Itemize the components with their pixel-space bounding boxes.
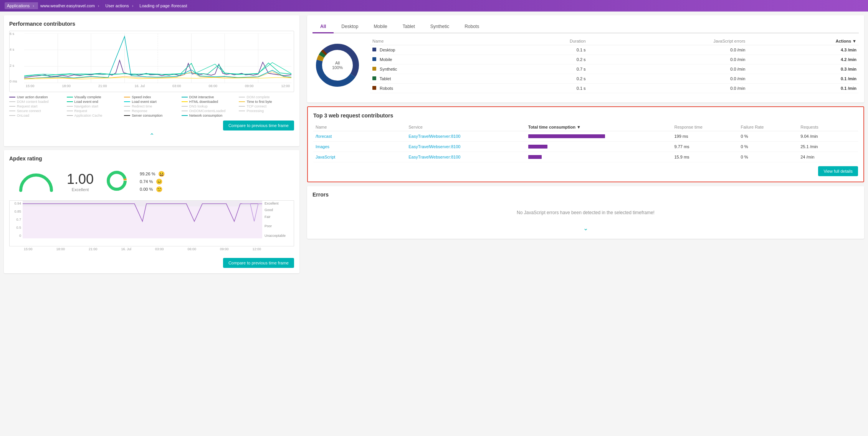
row-tablet-duration: 0.2 s [498, 74, 588, 84]
errors-title: Errors [312, 192, 859, 198]
legend-processing: Processing [239, 109, 294, 113]
donut-chart: All 100% [312, 40, 362, 90]
top3-bar-images [526, 142, 672, 152]
breadcrumb: Applications www.weather.easytravel.com … [0, 0, 868, 12]
errors-section: Errors No JavaScript errors have been de… [307, 186, 864, 239]
bar-fill-javascript [528, 155, 542, 159]
top3-fail-images: 0 % [739, 142, 799, 152]
apdex-poor-value: 0.00 % [140, 187, 153, 192]
row-mobile-actions: 4.2 /min [747, 55, 859, 64]
tab-tablet[interactable]: Tablet [395, 21, 423, 33]
table-row: Mobile 0.2 s 0.0 /min 4.2 /min [370, 55, 859, 64]
top3-req-forecast: 9.04 /min [798, 131, 858, 142]
apdex-title: Apdex rating [9, 155, 294, 162]
top3-name-forecast[interactable]: /forecast [313, 131, 406, 142]
dot-synthetic [372, 67, 376, 71]
top3-name-javascript[interactable]: JavaScript [313, 152, 406, 162]
apdex-score-block: 1.00 Excellent [67, 171, 94, 192]
right-panel: All Desktop Mobile Tablet Synthetic Robo… [303, 12, 868, 436]
apdex-score-value: 1.00 [67, 171, 94, 187]
legend-application-cache: Application Cache [67, 114, 122, 117]
apdex-poor-row: 0.00 % 🙁 [140, 186, 165, 192]
top3-col-time[interactable]: Total time consumption ▼ [526, 123, 672, 131]
apdex-score-label: Excellent [67, 187, 94, 192]
top3-col-service: Service [406, 123, 526, 131]
top3-bar-javascript [526, 152, 672, 162]
top3-row-forecast: /forecast EasyTravelWebserver:8100 199 m… [313, 131, 858, 142]
top3-service-images[interactable]: EasyTravelWebserver:8100 [406, 142, 526, 152]
top3-service-javascript[interactable]: EasyTravelWebserver:8100 [406, 152, 526, 162]
tab-synthetic[interactable]: Synthetic [423, 21, 457, 33]
compare-btn-apdex[interactable]: Compare to previous time frame [223, 258, 294, 268]
bar-fill-images [528, 145, 547, 149]
top3-col-name: Name [313, 123, 406, 131]
col-duration: Duration [498, 37, 588, 45]
donut-section: All 100% Name Duration JavaScript errors… [312, 33, 859, 97]
tab-desktop[interactable]: Desktop [334, 21, 366, 33]
legend-onload: OnLoad [9, 114, 64, 117]
apdex-chart: 0.94 0.85 0.7 0.5 0 Excellent [9, 200, 294, 246]
row-synthetic-js: 0.0 /min [588, 64, 748, 74]
top3-resp-images: 9.77 ms [672, 142, 738, 152]
legend-network-consumption: Network consumption [182, 114, 237, 117]
top3-fail-javascript: 0 % [739, 152, 799, 162]
legend-html-downloaded: HTML downloaded [182, 100, 237, 104]
top3-resp-forecast: 199 ms [672, 131, 738, 142]
top3-service-forecast[interactable]: EasyTravelWebserver:8100 [406, 131, 526, 142]
row-robots-actions: 0.1 /min [747, 84, 859, 93]
tab-mobile[interactable]: Mobile [366, 21, 395, 33]
row-synthetic-duration: 0.7 s [498, 64, 588, 74]
top3-card: Top 3 web request contributors Name Serv… [307, 106, 864, 182]
row-tablet-actions: 0.1 /min [747, 74, 859, 84]
expand-errors-chevron[interactable]: ⌄ [312, 223, 859, 233]
smiley-excellent: 😀 [158, 171, 165, 177]
donut-center: All 100% [332, 61, 343, 70]
legend-load-event-start: Load event start [124, 100, 179, 104]
view-full-details-btn[interactable]: View full details [818, 166, 858, 176]
top3-name-images[interactable]: Images [313, 142, 406, 152]
tab-all[interactable]: All [312, 21, 334, 33]
top3-bar-forecast [526, 131, 672, 142]
row-desktop-duration: 0.1 s [498, 45, 588, 55]
bar-fill-forecast [528, 134, 605, 138]
col-name: Name [370, 37, 498, 45]
dot-desktop [372, 48, 376, 51]
chart-legend: User action duration Visually complete S… [9, 95, 294, 117]
smiley-poor: 🙁 [156, 186, 162, 192]
breadcrumb-page[interactable]: Loading of page /forecast [137, 2, 191, 9]
col-actions[interactable]: Actions ▼ [747, 37, 859, 45]
row-robots-name: Robots [370, 84, 498, 93]
top3-row-images: Images EasyTravelWebserver:8100 9.77 ms … [313, 142, 858, 152]
breadcrumb-user-actions[interactable]: User actions [103, 2, 137, 9]
no-errors-message: No JavaScript errors have been detected … [312, 202, 859, 223]
table-row: Robots 0.1 s 0.0 /min 0.1 /min [370, 84, 859, 93]
browser-tabs: All Desktop Mobile Tablet Synthetic Robo… [312, 21, 859, 33]
top3-req-images: 25.1 /min [798, 142, 858, 152]
legend-dom-interactive: DOM interactive [182, 95, 237, 99]
tab-robots[interactable]: Robots [457, 21, 487, 33]
collapse-chevron[interactable]: ⌃ [9, 130, 294, 141]
smiley-fair: 😐 [156, 178, 162, 185]
performance-title: Performance contributors [9, 21, 294, 27]
compare-btn-perf[interactable]: Compare to previous time frame [223, 121, 294, 130]
legend-dom-content-loaded: DOM content loaded [9, 100, 64, 104]
browser-table: Name Duration JavaScript errors Actions … [370, 37, 859, 93]
top3-title: Top 3 web request contributors [313, 112, 858, 119]
breadcrumb-applications[interactable]: Applications [5, 2, 38, 9]
breadcrumb-site[interactable]: www.weather.easytravel.com [38, 2, 103, 9]
svg-rect-14 [23, 201, 262, 238]
top3-col-requests: Requests [798, 123, 858, 131]
legend-dom-complete: DOM complete [239, 95, 294, 99]
legend-load-event-end: Load event end [67, 100, 122, 104]
legend-ondomcontentloaded: OnDOMContentLoaded [182, 109, 237, 113]
row-robots-duration: 0.1 s [498, 84, 588, 93]
legend-dns-lookup: DNS lookup [182, 104, 237, 108]
legend-time-to-first-byte: Time to first byte [239, 100, 294, 104]
apdex-fair-value: 0.74 % [140, 179, 153, 184]
row-desktop-js: 0.0 /min [588, 45, 748, 55]
dot-tablet [372, 76, 376, 80]
top3-row-javascript: JavaScript EasyTravelWebserver:8100 15.9… [313, 152, 858, 162]
apdex-card: Apdex rating 1.00 Excellent [4, 150, 299, 273]
legend-secure-connect: Secure connect [9, 109, 64, 113]
y-axis: 6 s 4 s 2 s 0 ms [10, 31, 21, 84]
